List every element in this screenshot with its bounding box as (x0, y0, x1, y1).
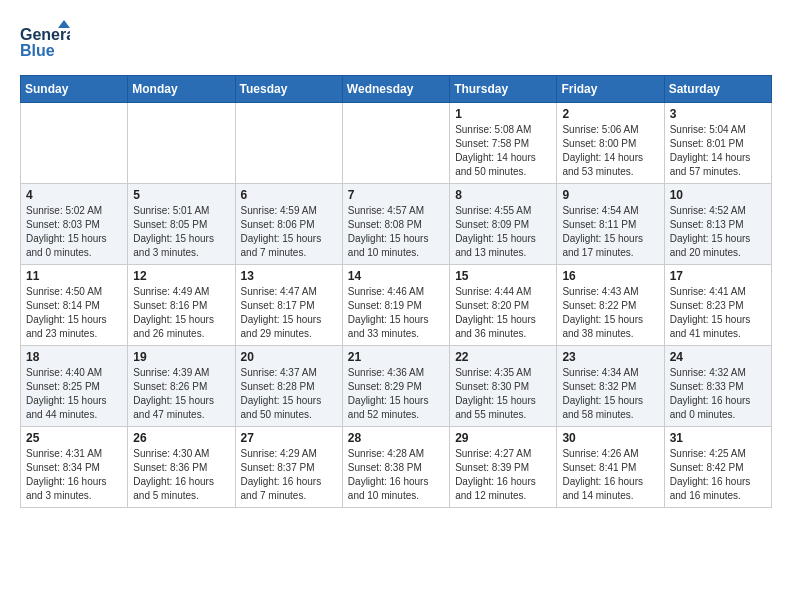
day-info: Sunrise: 4:46 AM Sunset: 8:19 PM Dayligh… (348, 285, 444, 341)
day-of-week-header: Wednesday (342, 76, 449, 103)
calendar-cell: 24Sunrise: 4:32 AM Sunset: 8:33 PM Dayli… (664, 346, 771, 427)
day-info: Sunrise: 4:30 AM Sunset: 8:36 PM Dayligh… (133, 447, 229, 503)
calendar-cell: 18Sunrise: 4:40 AM Sunset: 8:25 PM Dayli… (21, 346, 128, 427)
day-number: 20 (241, 350, 337, 364)
day-info: Sunrise: 4:40 AM Sunset: 8:25 PM Dayligh… (26, 366, 122, 422)
calendar-cell: 9Sunrise: 4:54 AM Sunset: 8:11 PM Daylig… (557, 184, 664, 265)
calendar-cell: 15Sunrise: 4:44 AM Sunset: 8:20 PM Dayli… (450, 265, 557, 346)
calendar-cell: 14Sunrise: 4:46 AM Sunset: 8:19 PM Dayli… (342, 265, 449, 346)
day-info: Sunrise: 5:02 AM Sunset: 8:03 PM Dayligh… (26, 204, 122, 260)
day-number: 8 (455, 188, 551, 202)
day-info: Sunrise: 4:39 AM Sunset: 8:26 PM Dayligh… (133, 366, 229, 422)
calendar-cell: 10Sunrise: 4:52 AM Sunset: 8:13 PM Dayli… (664, 184, 771, 265)
calendar-cell: 21Sunrise: 4:36 AM Sunset: 8:29 PM Dayli… (342, 346, 449, 427)
day-info: Sunrise: 4:27 AM Sunset: 8:39 PM Dayligh… (455, 447, 551, 503)
calendar-cell: 20Sunrise: 4:37 AM Sunset: 8:28 PM Dayli… (235, 346, 342, 427)
calendar-cell: 25Sunrise: 4:31 AM Sunset: 8:34 PM Dayli… (21, 427, 128, 508)
day-number: 1 (455, 107, 551, 121)
day-number: 31 (670, 431, 766, 445)
calendar-cell: 31Sunrise: 4:25 AM Sunset: 8:42 PM Dayli… (664, 427, 771, 508)
calendar-cell (342, 103, 449, 184)
day-number: 30 (562, 431, 658, 445)
day-info: Sunrise: 4:47 AM Sunset: 8:17 PM Dayligh… (241, 285, 337, 341)
day-info: Sunrise: 4:28 AM Sunset: 8:38 PM Dayligh… (348, 447, 444, 503)
day-number: 25 (26, 431, 122, 445)
day-number: 24 (670, 350, 766, 364)
day-info: Sunrise: 4:37 AM Sunset: 8:28 PM Dayligh… (241, 366, 337, 422)
calendar-cell: 27Sunrise: 4:29 AM Sunset: 8:37 PM Dayli… (235, 427, 342, 508)
day-of-week-header: Thursday (450, 76, 557, 103)
svg-marker-2 (58, 20, 70, 28)
day-number: 17 (670, 269, 766, 283)
day-info: Sunrise: 4:26 AM Sunset: 8:41 PM Dayligh… (562, 447, 658, 503)
day-number: 23 (562, 350, 658, 364)
day-info: Sunrise: 4:49 AM Sunset: 8:16 PM Dayligh… (133, 285, 229, 341)
day-number: 2 (562, 107, 658, 121)
day-info: Sunrise: 4:54 AM Sunset: 8:11 PM Dayligh… (562, 204, 658, 260)
day-of-week-header: Sunday (21, 76, 128, 103)
day-number: 18 (26, 350, 122, 364)
day-of-week-header: Tuesday (235, 76, 342, 103)
calendar-cell: 16Sunrise: 4:43 AM Sunset: 8:22 PM Dayli… (557, 265, 664, 346)
calendar-cell: 7Sunrise: 4:57 AM Sunset: 8:08 PM Daylig… (342, 184, 449, 265)
svg-text:General: General (20, 26, 70, 43)
day-info: Sunrise: 4:29 AM Sunset: 8:37 PM Dayligh… (241, 447, 337, 503)
day-info: Sunrise: 4:34 AM Sunset: 8:32 PM Dayligh… (562, 366, 658, 422)
day-number: 29 (455, 431, 551, 445)
calendar-cell: 11Sunrise: 4:50 AM Sunset: 8:14 PM Dayli… (21, 265, 128, 346)
day-of-week-header: Saturday (664, 76, 771, 103)
day-number: 15 (455, 269, 551, 283)
calendar-cell: 23Sunrise: 4:34 AM Sunset: 8:32 PM Dayli… (557, 346, 664, 427)
day-number: 21 (348, 350, 444, 364)
day-number: 28 (348, 431, 444, 445)
page-header: General Blue (20, 20, 772, 65)
calendar-cell: 30Sunrise: 4:26 AM Sunset: 8:41 PM Dayli… (557, 427, 664, 508)
day-number: 13 (241, 269, 337, 283)
calendar-week-row: 11Sunrise: 4:50 AM Sunset: 8:14 PM Dayli… (21, 265, 772, 346)
day-number: 16 (562, 269, 658, 283)
day-of-week-header: Monday (128, 76, 235, 103)
calendar-week-row: 18Sunrise: 4:40 AM Sunset: 8:25 PM Dayli… (21, 346, 772, 427)
day-number: 14 (348, 269, 444, 283)
day-number: 27 (241, 431, 337, 445)
calendar-cell: 26Sunrise: 4:30 AM Sunset: 8:36 PM Dayli… (128, 427, 235, 508)
calendar-week-row: 25Sunrise: 4:31 AM Sunset: 8:34 PM Dayli… (21, 427, 772, 508)
day-number: 26 (133, 431, 229, 445)
calendar-cell: 22Sunrise: 4:35 AM Sunset: 8:30 PM Dayli… (450, 346, 557, 427)
day-of-week-header: Friday (557, 76, 664, 103)
calendar-cell: 12Sunrise: 4:49 AM Sunset: 8:16 PM Dayli… (128, 265, 235, 346)
day-number: 6 (241, 188, 337, 202)
logo-icon: General Blue (20, 20, 70, 65)
day-info: Sunrise: 5:04 AM Sunset: 8:01 PM Dayligh… (670, 123, 766, 179)
day-info: Sunrise: 4:50 AM Sunset: 8:14 PM Dayligh… (26, 285, 122, 341)
day-number: 7 (348, 188, 444, 202)
calendar-cell: 29Sunrise: 4:27 AM Sunset: 8:39 PM Dayli… (450, 427, 557, 508)
calendar-cell (128, 103, 235, 184)
day-info: Sunrise: 4:44 AM Sunset: 8:20 PM Dayligh… (455, 285, 551, 341)
day-number: 5 (133, 188, 229, 202)
calendar-cell: 19Sunrise: 4:39 AM Sunset: 8:26 PM Dayli… (128, 346, 235, 427)
day-info: Sunrise: 4:31 AM Sunset: 8:34 PM Dayligh… (26, 447, 122, 503)
day-number: 22 (455, 350, 551, 364)
day-info: Sunrise: 4:59 AM Sunset: 8:06 PM Dayligh… (241, 204, 337, 260)
svg-text:Blue: Blue (20, 42, 55, 59)
calendar-cell: 6Sunrise: 4:59 AM Sunset: 8:06 PM Daylig… (235, 184, 342, 265)
day-number: 12 (133, 269, 229, 283)
calendar-table: SundayMondayTuesdayWednesdayThursdayFrid… (20, 75, 772, 508)
day-number: 4 (26, 188, 122, 202)
calendar-cell (235, 103, 342, 184)
calendar-cell: 1Sunrise: 5:08 AM Sunset: 7:58 PM Daylig… (450, 103, 557, 184)
calendar-cell: 3Sunrise: 5:04 AM Sunset: 8:01 PM Daylig… (664, 103, 771, 184)
day-info: Sunrise: 5:01 AM Sunset: 8:05 PM Dayligh… (133, 204, 229, 260)
day-info: Sunrise: 4:35 AM Sunset: 8:30 PM Dayligh… (455, 366, 551, 422)
calendar-cell: 13Sunrise: 4:47 AM Sunset: 8:17 PM Dayli… (235, 265, 342, 346)
calendar-header-row: SundayMondayTuesdayWednesdayThursdayFrid… (21, 76, 772, 103)
day-info: Sunrise: 5:08 AM Sunset: 7:58 PM Dayligh… (455, 123, 551, 179)
day-number: 9 (562, 188, 658, 202)
calendar-week-row: 1Sunrise: 5:08 AM Sunset: 7:58 PM Daylig… (21, 103, 772, 184)
calendar-cell: 8Sunrise: 4:55 AM Sunset: 8:09 PM Daylig… (450, 184, 557, 265)
calendar-cell: 17Sunrise: 4:41 AM Sunset: 8:23 PM Dayli… (664, 265, 771, 346)
day-info: Sunrise: 4:41 AM Sunset: 8:23 PM Dayligh… (670, 285, 766, 341)
day-info: Sunrise: 4:55 AM Sunset: 8:09 PM Dayligh… (455, 204, 551, 260)
day-info: Sunrise: 4:32 AM Sunset: 8:33 PM Dayligh… (670, 366, 766, 422)
